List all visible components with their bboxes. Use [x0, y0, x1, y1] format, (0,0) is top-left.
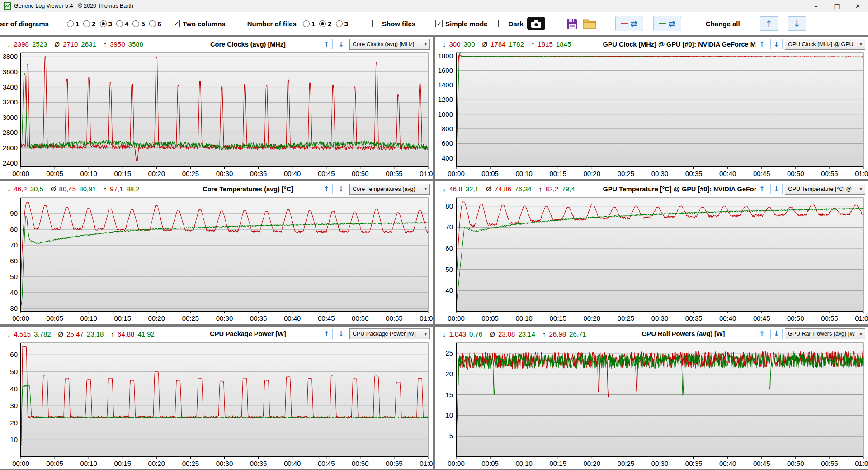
svg-text:00:50: 00:50 [352, 314, 369, 322]
radio-label: 3 [108, 20, 112, 28]
metric-dropdown[interactable]: CPU Package Power [W] ▾ [349, 328, 430, 339]
metric-dropdown-value: Core Temperatures (avg) [353, 186, 422, 192]
red-line-icon [621, 23, 628, 24]
chevron-down-icon: ▾ [859, 41, 862, 47]
move-chart-down-button[interactable]: ↓ [335, 329, 347, 339]
svg-text:800: 800 [442, 125, 453, 133]
radio-circle [132, 20, 139, 27]
refresh-arrows-icon: ⇄ [630, 19, 637, 28]
radio-label: 2 [92, 20, 95, 28]
dark-mode-checkbox[interactable]: Dark [498, 20, 523, 28]
svg-text:00:30: 00:30 [651, 460, 669, 467]
radio-diagrams-5[interactable]: 5 [132, 20, 145, 28]
svg-text:00:50: 00:50 [787, 460, 804, 467]
svg-text:1200: 1200 [438, 95, 453, 103]
close-button[interactable]: × [847, 0, 868, 12]
stat-avg-red: 25,47 [66, 330, 84, 338]
panel-gpu-temperature: ↓46,832,1 Ø74,8676,34 ↑82,279,4 GPU Temp… [435, 181, 868, 323]
chart-area: 3040506070809000:0000:0500:1000:1500:200… [0, 195, 433, 323]
up-arrow-icon: ↑ [324, 40, 330, 48]
minimize-button[interactable]: – [806, 0, 826, 12]
svg-text:00:50: 00:50 [787, 170, 804, 177]
stat-max-red: 26,98 [549, 330, 566, 338]
metric-dropdown[interactable]: Core Clocks (avg) [MHz] ▾ [349, 39, 430, 50]
stat-max-red: 64,88 [118, 330, 135, 338]
chart-plot-svg: 2400260028003000320034003600380000:0000:… [0, 50, 433, 179]
radio-circle [116, 20, 123, 27]
svg-text:10: 10 [445, 411, 453, 419]
save-button[interactable] [566, 18, 578, 30]
svg-text:1600: 1600 [438, 66, 453, 74]
metric-dropdown[interactable]: GPU Temperature [°C] @ ▾ [785, 184, 865, 195]
reload-file2-button[interactable]: ⇄ [653, 16, 681, 31]
svg-text:01:00: 01:00 [420, 314, 433, 322]
svg-text:00:50: 00:50 [787, 314, 804, 322]
radio-diagrams-6[interactable]: 6 [149, 20, 161, 28]
stat-min-red: 300 [449, 40, 461, 48]
refresh-arrows-icon: ⇄ [668, 19, 675, 28]
open-folder-icon [583, 18, 596, 29]
panel-cpu-package-power: ↓4,5153,782 Ø25,4723,18 ↑64,8841,92 CPU … [0, 327, 433, 469]
move-chart-down-button[interactable]: ↓ [335, 184, 347, 194]
max-symbol: ↑ [104, 40, 107, 48]
svg-text:00:00: 00:00 [448, 314, 465, 322]
svg-text:600: 600 [442, 139, 453, 147]
stat-min-green: 0,76 [469, 330, 482, 338]
checkbox-label: Two columns [183, 20, 226, 28]
svg-text:20: 20 [445, 370, 453, 377]
move-chart-down-button[interactable]: ↓ [770, 39, 783, 49]
radio-diagrams-2[interactable]: 2 [83, 20, 95, 28]
checkbox-checked: ✓ [173, 20, 180, 27]
metric-dropdown[interactable]: Core Temperatures (avg) ▾ [349, 184, 430, 195]
panel-header: ↓46,832,1 Ø74,8676,34 ↑82,279,4 GPU Temp… [435, 181, 868, 195]
svg-text:20: 20 [10, 418, 18, 426]
stat-max-green: 79,4 [561, 185, 575, 193]
svg-text:00:40: 00:40 [719, 314, 736, 322]
stat-avg-red: 80,45 [59, 185, 76, 193]
svg-text:00:40: 00:40 [719, 170, 736, 177]
metric-dropdown[interactable]: GPU Rail Powers (avg) [W ▾ [785, 328, 865, 339]
move-chart-down-button[interactable]: ↓ [335, 39, 347, 49]
change-all-down-button[interactable]: ↓ [788, 16, 806, 31]
maximize-icon: □ [834, 2, 840, 9]
svg-text:00:45: 00:45 [753, 314, 770, 322]
move-chart-up-button[interactable]: ↑ [756, 329, 768, 339]
change-all-up-button[interactable]: ↑ [760, 16, 778, 31]
metric-dropdown[interactable]: GPU Clock [MHz] @ GPU ▾ [785, 39, 865, 50]
two-columns-checkbox[interactable]: ✓Two columns [173, 20, 226, 28]
radio-files-1[interactable]: 1 [303, 20, 315, 28]
simple-mode-checkbox[interactable]: ✓Simple mode [435, 20, 487, 28]
open-file-button[interactable] [583, 18, 596, 29]
radio-files-3[interactable]: 3 [336, 20, 348, 28]
chart-stats: ↓1,0430,76 Ø23,0823,14 ↑26,9826,71 [443, 330, 586, 338]
move-chart-up-button[interactable]: ↑ [756, 184, 768, 194]
svg-text:40: 40 [10, 289, 18, 296]
up-arrow-icon: ↑ [765, 19, 773, 28]
svg-text:1000: 1000 [438, 110, 453, 118]
radio-diagrams-1[interactable]: 1 [67, 20, 79, 28]
show-files-checkbox[interactable]: Show files [372, 20, 415, 28]
radio-files-2[interactable]: 2 [319, 20, 331, 28]
down-arrow-icon: ↓ [338, 185, 344, 193]
chart-title: GPU Clock [MHz] @ GPU [#0]: NVIDIA GeFor… [594, 41, 773, 48]
move-chart-up-button[interactable]: ↑ [321, 39, 333, 49]
move-chart-down-button[interactable]: ↓ [770, 184, 783, 194]
svg-text:00:35: 00:35 [685, 460, 703, 467]
move-chart-down-button[interactable]: ↓ [770, 329, 783, 339]
max-symbol: ↑ [542, 330, 546, 338]
maximize-button[interactable]: □ [826, 0, 847, 12]
move-chart-up-button[interactable]: ↑ [756, 39, 768, 49]
screenshot-button[interactable] [527, 17, 545, 30]
move-chart-up-button[interactable]: ↑ [321, 184, 333, 194]
green-line-icon [659, 23, 666, 24]
chevron-down-icon: ▾ [424, 41, 427, 47]
svg-text:00:55: 00:55 [821, 170, 838, 177]
radio-diagrams-3[interactable]: 3 [100, 20, 112, 28]
reload-file1-button[interactable]: ⇄ [615, 16, 643, 31]
panel-core-temperatures: ↓46,230,5 Ø80,4580,91 ↑97,188,2 Core Tem… [0, 181, 433, 323]
panel-gpu-rail-powers: ↓1,0430,76 Ø23,0823,14 ↑26,9826,71 GPU R… [435, 327, 868, 469]
stat-avg-red: 2710 [63, 40, 78, 48]
move-chart-up-button[interactable]: ↑ [321, 329, 333, 339]
radio-diagrams-4[interactable]: 4 [116, 20, 128, 28]
svg-text:00:10: 00:10 [80, 170, 97, 177]
